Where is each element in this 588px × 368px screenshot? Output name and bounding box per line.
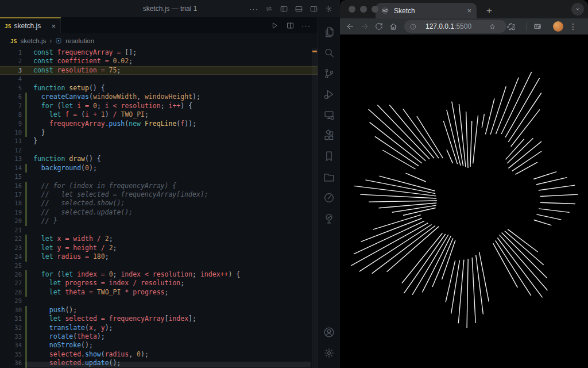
breadcrumb-symbol[interactable]: resolution [65, 37, 94, 44]
code-line-16[interactable]: 16 // for (index in frequencyArray) { [0, 182, 318, 190]
code-text [27, 146, 33, 155]
code-line-17[interactable]: 17 // let selected = frequencyArray[inde… [0, 190, 318, 199]
code-text: // selected.show(); [27, 199, 125, 208]
extensions-puzzle-icon[interactable] [506, 22, 516, 31]
url-port[interactable]: :5500 [454, 22, 471, 30]
code-line-31[interactable]: 31 let selected = frequencyArray[index]; [0, 315, 318, 323]
code-line-6[interactable]: 6 createCanvas(windowWidth, windowHeight… [0, 93, 318, 101]
explorer-icon[interactable] [319, 22, 339, 43]
code-line-35[interactable]: 35 selected.show(radius, 0); [0, 350, 318, 359]
browser-tab-close-icon[interactable]: × [467, 6, 471, 15]
run-icon[interactable] [270, 21, 279, 30]
code-line-1[interactable]: 1const frequencyArray = []; [0, 48, 318, 57]
toggle-panel-right-icon[interactable] [310, 5, 318, 13]
extensions-icon[interactable] [319, 125, 339, 146]
tab-search-button[interactable] [571, 3, 584, 16]
code-text: let y = height / 2; [27, 244, 117, 252]
code-line-3[interactable]: 3const resolution = 75; [0, 66, 318, 75]
code-line-9[interactable]: 9 frequencyArray.push(new FreqLine(f)); [0, 120, 318, 128]
run-and-debug-icon[interactable] [319, 84, 339, 105]
traffic-lights[interactable] [349, 6, 378, 13]
profile-avatar[interactable] [553, 21, 563, 32]
zoom-window-icon[interactable] [372, 6, 378, 13]
titlebar-actions: ··· [249, 5, 340, 13]
toggle-panel-left-icon[interactable] [280, 5, 288, 13]
time-tracker-icon[interactable] [319, 187, 339, 208]
browser-toolbar: 127.0.0.1:5500 ⋮ [340, 18, 588, 34]
code-text: let progress = index / resolution; [27, 279, 184, 288]
breadcrumb[interactable]: JS sketch.js › resolution [0, 33, 318, 48]
code-line-21[interactable]: 21 [0, 226, 318, 235]
close-window-icon[interactable] [349, 6, 355, 13]
code-line-8[interactable]: 8 let f = (i + 1) / TWO_PI; [0, 110, 318, 119]
code-line-30[interactable]: 30 push(); [0, 306, 318, 315]
line-number: 28 [0, 288, 22, 297]
code-line-12[interactable]: 12 [0, 146, 318, 155]
account-icon[interactable] [319, 322, 339, 343]
address-bar[interactable]: 127.0.0.1:5500 [404, 20, 506, 33]
testing-tree-icon[interactable] [319, 208, 339, 229]
home-icon[interactable] [389, 22, 398, 31]
bookmark-star-icon[interactable] [489, 23, 496, 30]
code-line-28[interactable]: 28 let theta = TWO_PI * progress; [0, 288, 318, 297]
tab-sketch-js[interactable]: JS sketch.js × [0, 17, 61, 33]
code-line-7[interactable]: 7 for (let i = 0; i < resolution; i++) { [0, 102, 318, 110]
more-icon[interactable]: ··· [301, 22, 311, 29]
more-icon[interactable]: ··· [249, 5, 258, 13]
bookmarks-icon[interactable] [319, 146, 339, 167]
code-text: let f = (i + 1) / TWO_PI; [27, 110, 149, 119]
layout-sync-icon[interactable] [265, 5, 273, 13]
code-line-11[interactable]: 11} [0, 137, 318, 145]
vscode-titlebar[interactable]: sketch.js — trial 1 ··· [0, 0, 340, 17]
editor-vertical-scrollbar[interactable] [312, 48, 318, 368]
browser-tab-sketch[interactable]: Sketch × [376, 3, 477, 18]
remote-explorer-icon[interactable] [319, 105, 339, 125]
code-line-23[interactable]: 23 let y = height / 2; [0, 244, 318, 252]
forward-icon[interactable] [360, 22, 369, 31]
code-line-2[interactable]: 2const coefficient = 0.02; [0, 57, 318, 66]
site-info-icon[interactable] [409, 23, 417, 30]
menu-dots-icon[interactable]: ⋮ [569, 22, 577, 30]
nav-buttons [346, 22, 403, 31]
code-line-4[interactable]: 4 [0, 75, 318, 83]
code-text: const frequencyArray = []; [27, 48, 137, 57]
toggle-panel-bottom-icon[interactable] [295, 5, 303, 13]
tab-close-icon[interactable]: × [51, 22, 56, 30]
editor-horizontal-scrollbar[interactable] [25, 362, 311, 367]
sketch-line [476, 255, 483, 314]
browser-viewport[interactable] [340, 34, 588, 368]
code-line-19[interactable]: 19 // selected.update(); [0, 208, 318, 217]
url-host[interactable]: 127.0.0.1 [425, 22, 454, 30]
code-line-15[interactable]: 15 [0, 172, 318, 181]
code-line-29[interactable]: 29 [0, 297, 318, 305]
project-folder-icon[interactable] [319, 167, 339, 187]
editor-tab-bar: JS sketch.js × ··· [0, 17, 318, 33]
split-editor-icon[interactable] [286, 21, 295, 30]
media-controls-icon[interactable] [533, 22, 542, 31]
code-line-34[interactable]: 34 noStroke(); [0, 341, 318, 350]
breadcrumb-file[interactable]: sketch.js [20, 37, 46, 44]
code-line-26[interactable]: 26 for (let index = 0; index < resolutio… [0, 270, 318, 279]
code-line-25[interactable]: 25 [0, 262, 318, 270]
back-icon[interactable] [346, 22, 355, 31]
reload-icon[interactable] [374, 22, 384, 31]
search-icon[interactable] [319, 43, 339, 63]
customize-layout-icon[interactable] [324, 5, 333, 13]
code-line-24[interactable]: 24 let radius = 180; [0, 252, 318, 261]
code-editor[interactable]: 1const frequencyArray = [];2const coeffi… [0, 48, 318, 368]
minimize-window-icon[interactable] [360, 6, 367, 13]
code-line-22[interactable]: 22 let x = width / 2; [0, 235, 318, 243]
settings-icon[interactable] [319, 343, 339, 363]
code-line-14[interactable]: 14 background(0); [0, 164, 318, 172]
source-control-icon[interactable] [319, 63, 339, 84]
new-tab-button[interactable]: + [486, 6, 492, 16]
code-line-33[interactable]: 33 rotate(theta); [0, 332, 318, 341]
code-line-20[interactable]: 20 // } [0, 217, 318, 225]
code-line-13[interactable]: 13function draw() { [0, 155, 318, 163]
code-line-27[interactable]: 27 let progress = index / resolution; [0, 279, 318, 288]
sketch-line [354, 221, 424, 254]
code-line-10[interactable]: 10 } [0, 128, 318, 137]
code-line-18[interactable]: 18 // selected.show(); [0, 199, 318, 208]
code-line-5[interactable]: 5function setup() { [0, 84, 318, 93]
code-line-32[interactable]: 32 translate(x, y); [0, 324, 318, 332]
